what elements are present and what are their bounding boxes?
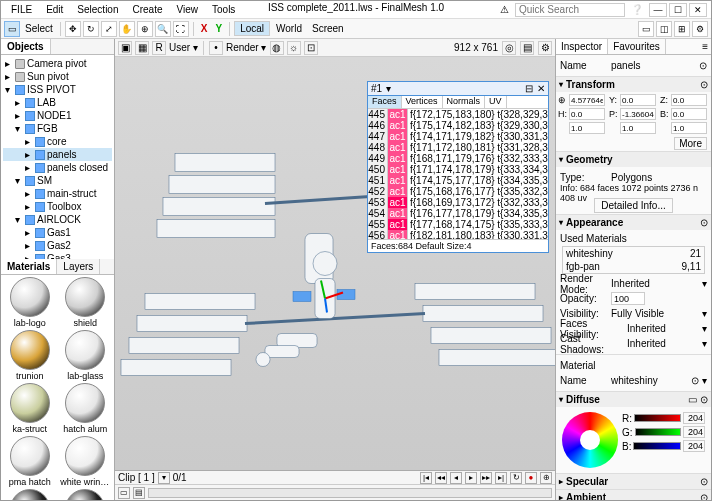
coord-world[interactable]: World: [272, 23, 306, 34]
next-frame-icon[interactable]: ▸▸: [480, 472, 492, 484]
material-swatch[interactable]: white wrinkled: [59, 436, 113, 487]
geometry-header[interactable]: Geometry: [566, 154, 613, 165]
tree-node[interactable]: ▸main-struct: [3, 187, 112, 200]
material-swatch[interactable]: shield: [59, 277, 113, 328]
tree-node[interactable]: ▸panels: [3, 148, 112, 161]
timeline-track[interactable]: [148, 488, 552, 498]
quick-search-input[interactable]: [515, 3, 625, 17]
material-swatch[interactable]: lab-logo: [3, 277, 57, 328]
axis-x[interactable]: X: [198, 23, 211, 34]
tree-node[interactable]: ▸Gas3: [3, 252, 112, 259]
move-tool[interactable]: ✥: [65, 21, 81, 37]
select-tool[interactable]: ▭: [4, 21, 20, 37]
tree-node[interactable]: ▸panels closed: [3, 161, 112, 174]
menu-edit[interactable]: Edit: [40, 2, 69, 17]
tree-node[interactable]: ▾ISS PIVOT: [3, 83, 112, 96]
mat-opt-icon[interactable]: ⊙ ▾: [691, 375, 707, 386]
material-swatch[interactable]: pma black pa...: [59, 489, 113, 500]
face-row[interactable]: 453ac1f{168,169,173,172} t{332,333,333,3…: [368, 197, 548, 208]
face-row[interactable]: 447ac1f{174,171,179,182} t{330,331,331,3…: [368, 131, 548, 142]
face-row[interactable]: 450ac1f{171,174,178,179} t{333,334,334,3…: [368, 164, 548, 175]
shade-icon[interactable]: ◍: [270, 41, 284, 55]
inspector-tab[interactable]: Inspector: [556, 39, 608, 54]
xform-field[interactable]: [569, 94, 605, 106]
tree-node[interactable]: ▾SM: [3, 174, 112, 187]
tree-node[interactable]: ▾FGB: [3, 122, 112, 135]
face-row[interactable]: 455ac1f{177,168,174,175} t{335,333,334,3…: [368, 219, 548, 230]
light-icon[interactable]: ☼: [287, 41, 301, 55]
xform-field[interactable]: [671, 122, 707, 134]
rotate-tool[interactable]: ↻: [83, 21, 99, 37]
3d-viewport[interactable]: #1▾⊟✕ Faces Vertices Normals UV 445ac1f{…: [115, 57, 555, 470]
geom-type[interactable]: Polygons: [611, 172, 707, 183]
coord-local[interactable]: Local: [234, 21, 270, 36]
material-swatch[interactable]: pma black co...: [3, 489, 57, 500]
face-row[interactable]: 446ac1f{175,174,182,183} t{329,330,330,3…: [368, 120, 548, 131]
layout-2-icon[interactable]: ◫: [656, 21, 672, 37]
xform-field[interactable]: [620, 108, 656, 120]
key-icon[interactable]: ⊕: [540, 472, 552, 484]
tool-icon-a[interactable]: ⊡: [304, 41, 318, 55]
menu-file[interactable]: FILE: [5, 2, 38, 17]
play-back-icon[interactable]: ◂: [450, 472, 462, 484]
scene-tree[interactable]: ▸Camera pivot▸Sun pivot▾ISS PIVOT▸LAB▸NO…: [1, 55, 114, 259]
green-value[interactable]: 204: [683, 426, 705, 438]
zoom-tool[interactable]: 🔍: [155, 21, 171, 37]
visibility[interactable]: Fully Visible: [611, 308, 699, 319]
popup-pin-icon[interactable]: ⊟: [525, 83, 533, 94]
nav-tool[interactable]: ⛶: [173, 21, 189, 37]
xform-field[interactable]: [569, 122, 605, 134]
material-swatch[interactable]: hatch alum: [59, 383, 113, 434]
menu-tools[interactable]: Tools: [206, 2, 241, 17]
user-dropdown[interactable]: User ▾: [169, 42, 198, 53]
diffuse-header[interactable]: Diffuse: [566, 394, 600, 405]
used-mat-row[interactable]: fgb-pan9,11: [563, 260, 704, 273]
render-mode[interactable]: Inherited: [611, 278, 699, 289]
settings-icon[interactable]: ⚙: [692, 21, 708, 37]
faces-visibility[interactable]: Inherited: [627, 323, 699, 334]
orbit-tool[interactable]: ⊕: [137, 21, 153, 37]
material-swatch[interactable]: trunion: [3, 330, 57, 381]
compass-icon[interactable]: ◎: [502, 41, 516, 55]
menu-selection[interactable]: Selection: [71, 2, 124, 17]
face-row[interactable]: 448ac1f{171,172,180,181} t{331,328,328,3…: [368, 142, 548, 153]
pan-tool[interactable]: ✋: [119, 21, 135, 37]
object-name[interactable]: panels: [611, 60, 696, 71]
play-icon[interactable]: ▸: [465, 472, 477, 484]
blue-slider[interactable]: [633, 442, 681, 450]
tree-node[interactable]: ▸Gas1: [3, 226, 112, 239]
tl-opt1[interactable]: ▭: [118, 487, 130, 499]
coord-screen[interactable]: Screen: [308, 23, 348, 34]
detailed-info-button[interactable]: Detailed Info...: [594, 198, 672, 213]
menu-view[interactable]: View: [171, 2, 205, 17]
xform-field[interactable]: [620, 94, 656, 106]
help-icon[interactable]: ❔: [631, 4, 643, 15]
gear-icon[interactable]: ⚙: [538, 41, 552, 55]
face-row[interactable]: 451ac1f{174,175,177,178} t{334,335,335,3…: [368, 175, 548, 186]
tree-node[interactable]: ▸Gas2: [3, 239, 112, 252]
minimize-button[interactable]: —: [649, 3, 667, 17]
view-icon-1[interactable]: ▣: [118, 41, 132, 55]
snap-icon[interactable]: ▤: [520, 41, 534, 55]
clip-drop-icon[interactable]: ▾: [158, 472, 170, 484]
clip-label[interactable]: Clip [ 1 ]: [118, 472, 155, 483]
scale-tool[interactable]: ⤢: [101, 21, 117, 37]
close-button[interactable]: ✕: [689, 3, 707, 17]
opacity-field[interactable]: [611, 292, 645, 305]
render-dropdown[interactable]: Render ▾: [226, 42, 267, 53]
panel-menu-icon[interactable]: ≡: [699, 39, 711, 54]
face-row[interactable]: 445ac1f{172,175,183,180} t{328,329,329,3…: [368, 109, 548, 120]
face-row[interactable]: 449ac1f{168,171,179,176} t{332,333,333,3…: [368, 153, 548, 164]
layout-3-icon[interactable]: ⊞: [674, 21, 690, 37]
green-slider[interactable]: [635, 428, 681, 436]
tree-node[interactable]: ▸core: [3, 135, 112, 148]
nav-prev-icon[interactable]: •: [209, 41, 223, 55]
material-name[interactable]: whiteshiny: [611, 375, 688, 386]
blue-value[interactable]: 204: [683, 440, 705, 452]
axis-y[interactable]: Y: [212, 23, 225, 34]
layout-1-icon[interactable]: ▭: [638, 21, 654, 37]
xform-field[interactable]: [569, 108, 605, 120]
material-grid[interactable]: lab-logoshieldtrunionlab-glasska-structh…: [1, 275, 114, 500]
cast-shadows[interactable]: Inherited: [627, 338, 699, 349]
uv-tab[interactable]: UV: [485, 96, 507, 108]
